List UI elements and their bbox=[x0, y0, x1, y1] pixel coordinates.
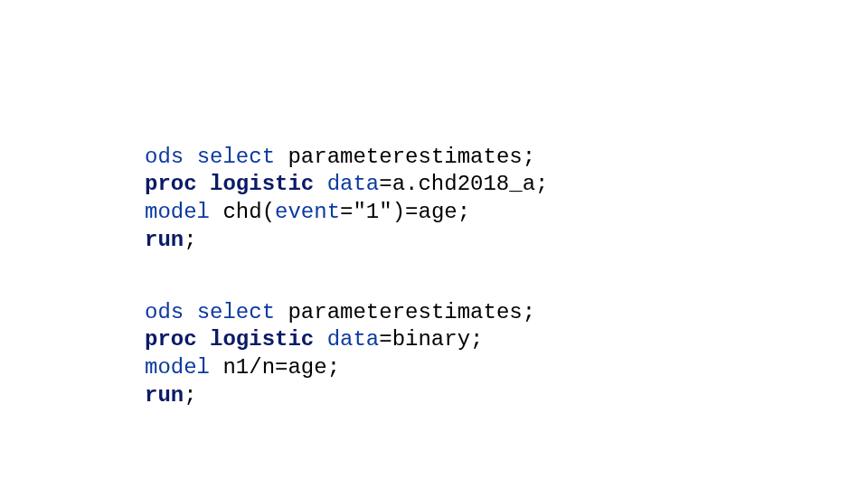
kw-data: data bbox=[327, 327, 380, 352]
space bbox=[210, 355, 222, 380]
kw-select: select bbox=[197, 300, 275, 324]
code-block-1: ods select parameterestimates; proc logi… bbox=[145, 116, 548, 282]
text: = bbox=[340, 200, 353, 224]
text: ; bbox=[184, 383, 196, 408]
space bbox=[184, 300, 196, 324]
line-1: ods select parameterestimates; bbox=[145, 300, 535, 324]
code-block-2: ods select parameterestimates; proc logi… bbox=[145, 271, 535, 437]
space bbox=[210, 200, 222, 224]
kw-proc: proc bbox=[145, 172, 197, 196]
kw-logistic: logistic bbox=[210, 172, 314, 196]
line-3: model n1/n=age; bbox=[145, 355, 340, 380]
kw-run: run bbox=[145, 383, 184, 408]
kw-logistic: logistic bbox=[210, 327, 314, 352]
space bbox=[197, 327, 210, 352]
kw-ods: ods bbox=[145, 300, 184, 324]
kw-model: model bbox=[145, 200, 210, 224]
space bbox=[314, 172, 326, 196]
text: parameterestimates; bbox=[288, 145, 535, 169]
space bbox=[314, 327, 326, 352]
space bbox=[197, 172, 210, 196]
kw-run: run bbox=[145, 228, 184, 252]
kw-proc: proc bbox=[145, 327, 197, 352]
line-1: ods select parameterestimates; bbox=[145, 145, 535, 169]
kw-select: select bbox=[197, 145, 275, 169]
line-3: model chd(event="1")=age; bbox=[145, 200, 470, 224]
text: )=age; bbox=[392, 200, 470, 224]
text: parameterestimates; bbox=[288, 300, 535, 324]
line-4: run; bbox=[145, 383, 197, 408]
line-4: run; bbox=[145, 228, 197, 252]
kw-event: event bbox=[275, 200, 340, 224]
text: n1/n=age; bbox=[222, 355, 340, 380]
string-literal: "1" bbox=[353, 200, 392, 224]
line-2: proc logistic data=binary; bbox=[145, 327, 483, 352]
text: =a.chd2018_a; bbox=[379, 172, 548, 196]
line-2: proc logistic data=a.chd2018_a; bbox=[145, 172, 548, 196]
kw-data: data bbox=[327, 172, 380, 196]
kw-ods: ods bbox=[145, 145, 184, 169]
text: ; bbox=[184, 228, 196, 252]
space bbox=[275, 145, 288, 169]
code-slide: ods select parameterestimates; proc logi… bbox=[0, 0, 868, 488]
space bbox=[184, 145, 196, 169]
space bbox=[275, 300, 288, 324]
text: chd( bbox=[222, 200, 275, 224]
text: =binary; bbox=[379, 327, 483, 352]
kw-model: model bbox=[145, 355, 210, 380]
